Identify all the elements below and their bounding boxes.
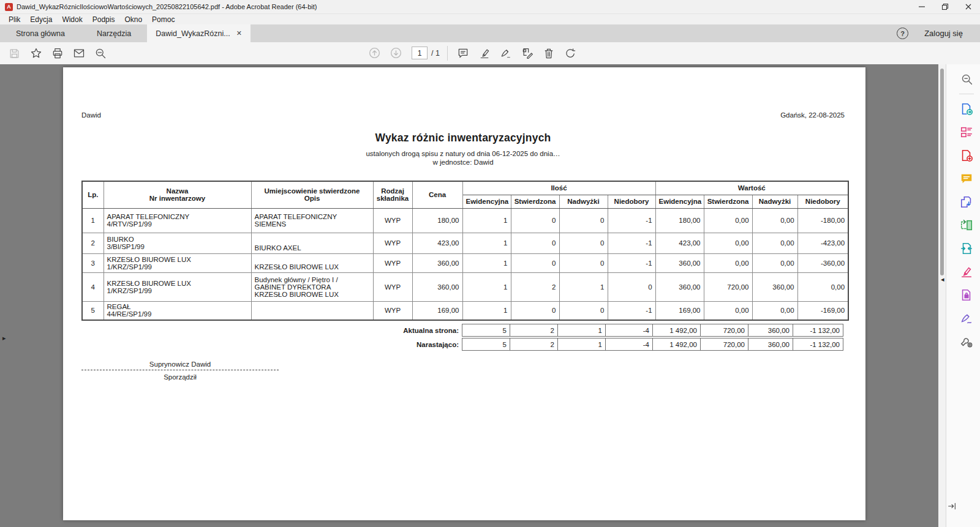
- summary-block: Aktualna strona: 5 2 1 -4 1 492,00 720,0…: [81, 324, 848, 351]
- vertical-scrollbar[interactable]: [938, 64, 946, 527]
- summary-row-current-page: Aktualna strona: 5 2 1 -4 1 492,00 720,0…: [81, 324, 848, 337]
- tab-tools[interactable]: Narzędzia: [81, 24, 147, 42]
- menu-pomoc[interactable]: Pomoc: [147, 14, 179, 24]
- menu-podpis[interactable]: Podpis: [88, 14, 120, 24]
- header-qty-stwierdzona: Stwierdzona: [511, 195, 559, 208]
- cell-name-inv: BIURKO 3/BI/SP1/99: [104, 233, 251, 253]
- table-row: 3 KRZESŁO BIUROWE LUX 1/KRZ/SP1/99 KRZES…: [82, 253, 848, 272]
- cell-val: 0,00: [704, 253, 752, 272]
- help-icon[interactable]: ?: [897, 28, 908, 39]
- cell-val: -423,00: [797, 233, 848, 253]
- previous-page-icon[interactable]: [364, 44, 385, 62]
- tab-document[interactable]: Dawid_WykazRózni... ✕: [147, 24, 251, 42]
- next-page-icon[interactable]: [385, 44, 407, 62]
- cell-val: 180,00: [655, 208, 704, 233]
- cell-val: 0,00: [752, 301, 797, 320]
- sign-in-button[interactable]: Zaloguj się: [924, 29, 963, 38]
- rotate-icon[interactable]: [560, 44, 581, 62]
- delete-pages-icon[interactable]: [538, 44, 560, 62]
- expand-left-panel-icon[interactable]: ▸: [2, 334, 6, 342]
- menu-okno[interactable]: Okno: [119, 14, 147, 24]
- cell-qty: -1: [608, 301, 655, 320]
- cell-val: 360,00: [752, 272, 797, 301]
- header-val-stwierdzona: Stwierdzona: [704, 195, 752, 208]
- cell-location: Budynek główny / Piętro I / GABINET DYRE…: [251, 272, 373, 301]
- header-qty-ewidencyjna: Ewidencyjna: [462, 195, 511, 208]
- window-controls: [910, 0, 980, 13]
- cell-location: [251, 301, 373, 320]
- cell-qty: 0: [511, 233, 559, 253]
- highlight-tool-icon[interactable]: [958, 263, 975, 280]
- star-favorites-icon[interactable]: [25, 44, 47, 62]
- search-tool-icon[interactable]: [958, 70, 975, 88]
- summary-cell: 360,00: [748, 324, 793, 337]
- export-pdf-icon[interactable]: [958, 100, 975, 118]
- cell-lp: 5: [82, 301, 104, 320]
- certificates-icon[interactable]: [958, 310, 975, 327]
- summary-cell: -1 132,00: [793, 324, 843, 337]
- table-header-row-groups: Lp. Nazwa Nr inwentarzowy Umiejscowienie…: [82, 181, 848, 195]
- comment-icon[interactable]: [453, 44, 474, 62]
- comment-tool-icon[interactable]: [958, 170, 975, 187]
- highlight-icon[interactable]: [474, 44, 496, 62]
- header-lp: Lp.: [82, 181, 104, 208]
- compress-pdf-icon[interactable]: [958, 240, 975, 257]
- summary-row-cumulative: Narastająco: 5 2 1 -4 1 492,00 720,00 36…: [81, 338, 848, 351]
- search-zoom-icon[interactable]: [89, 44, 111, 62]
- print-icon[interactable]: [47, 44, 68, 62]
- cell-location: BIURKO AXEL: [251, 233, 373, 253]
- summary-cell: 2: [510, 324, 558, 337]
- open-tools-pane-icon[interactable]: [947, 501, 957, 514]
- tab-close-icon[interactable]: ✕: [236, 29, 242, 37]
- tab-home[interactable]: Strona główna: [0, 24, 81, 42]
- summary-cell: 360,00: [748, 338, 793, 351]
- create-pdf-icon[interactable]: [958, 147, 975, 164]
- cell-qty: 1: [559, 272, 608, 301]
- summary-cell: -4: [605, 338, 653, 351]
- restore-button[interactable]: [933, 0, 957, 13]
- document-title: Wykaz różnic inwentaryzacyjnych: [81, 132, 845, 144]
- acrobat-app-icon: A: [5, 3, 13, 11]
- summary-cell: 1: [557, 324, 606, 337]
- table-row: 5 REGAŁ 44/RE/SP1/99 WYP 169,00 1 0 0 -1…: [82, 301, 848, 320]
- cell-val: 360,00: [655, 253, 704, 272]
- protect-pdf-icon[interactable]: [958, 286, 975, 304]
- cell-val: 720,00: [704, 272, 752, 301]
- cell-lp: 2: [82, 233, 104, 253]
- signature-role: Sporządził: [81, 370, 279, 381]
- header-qty-nadwyzki: Nadwyżki: [559, 195, 608, 208]
- menu-edycja[interactable]: Edycja: [25, 14, 57, 24]
- page-number-input[interactable]: [412, 47, 428, 59]
- header-quantity-group: Ilość: [462, 181, 655, 195]
- more-tools-icon[interactable]: [958, 333, 975, 350]
- organize-pages-icon[interactable]: [958, 124, 975, 141]
- edit-pdf-icon[interactable]: [958, 217, 975, 234]
- cell-qty: 0: [559, 301, 608, 320]
- scrollbar-thumb[interactable]: [940, 69, 944, 275]
- summary-cell: 5: [462, 324, 510, 337]
- edit-document-icon[interactable]: [517, 44, 538, 62]
- place-date: Gdańsk, 22-08-2025: [780, 111, 845, 119]
- cell-price: 360,00: [412, 253, 462, 272]
- cell-qty: 1: [462, 301, 511, 320]
- document-subtitle-1: ustalonych drogą spisu z natury od dnia …: [81, 150, 845, 157]
- menu-widok[interactable]: Widok: [57, 14, 87, 24]
- cell-lp: 3: [82, 253, 104, 272]
- collapse-tools-pane-icon[interactable]: ◂: [941, 275, 944, 283]
- close-button[interactable]: [957, 0, 980, 13]
- email-icon[interactable]: [68, 44, 89, 62]
- document-viewport[interactable]: Dawid Gdańsk, 22-08-2025 Wykaz różnic in…: [0, 64, 938, 527]
- menu-plik[interactable]: Plik: [4, 14, 25, 24]
- rail-divider: [959, 94, 974, 94]
- fill-sign-icon[interactable]: [496, 44, 517, 62]
- cell-val: 0,00: [797, 272, 848, 301]
- cell-qty: 0: [511, 208, 559, 233]
- cell-price: 169,00: [412, 301, 462, 320]
- header-val-nadwyzki: Nadwyżki: [752, 195, 797, 208]
- inventory-differences-table: Lp. Nazwa Nr inwentarzowy Umiejscowienie…: [81, 181, 849, 321]
- combine-files-icon[interactable]: [958, 193, 975, 211]
- minimize-button[interactable]: [910, 0, 933, 13]
- tab-bar: Strona główna Narzędzia Dawid_WykazRózni…: [0, 24, 980, 42]
- table-row: 2 BIURKO 3/BI/SP1/99 BIURKO AXEL WYP 423…: [82, 233, 848, 253]
- save-icon[interactable]: [4, 44, 25, 62]
